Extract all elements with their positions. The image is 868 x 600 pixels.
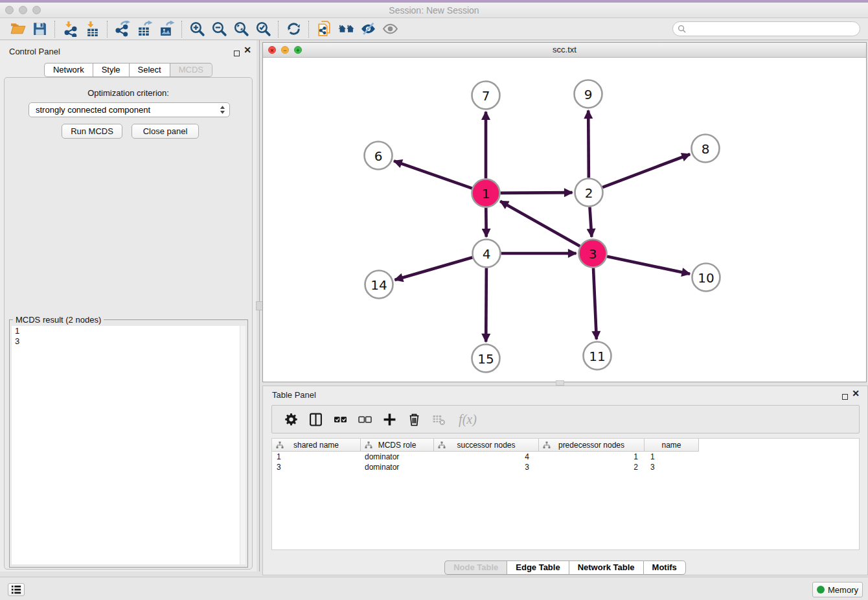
graph-edge-2-8[interactable]: [602, 154, 690, 187]
mcds-result-list[interactable]: 1 3: [12, 326, 246, 564]
import-network-button[interactable]: [59, 19, 81, 39]
network-close-button[interactable]: ×: [268, 46, 276, 54]
optimization-criterion-label: Optimization criterion:: [0, 88, 257, 98]
add-column-button[interactable]: [380, 410, 399, 429]
tab-mcds[interactable]: MCDS: [170, 63, 212, 77]
table-close-button[interactable]: ✕: [852, 391, 860, 397]
export-network-button[interactable]: [111, 19, 133, 39]
deselect-all-columns-button[interactable]: [355, 410, 374, 429]
table-panel: Table Panel ✕ f(x) shared name MCDS role…: [262, 386, 868, 575]
tab-style[interactable]: Style: [93, 63, 129, 77]
graph-edge-3-1[interactable]: [500, 202, 580, 246]
table-cell: 1: [272, 452, 361, 462]
select-all-columns-button[interactable]: [330, 410, 350, 429]
close-panel-button[interactable]: ✕: [244, 47, 251, 53]
table-toolbar: f(x): [271, 405, 860, 433]
table-float-button[interactable]: [842, 391, 848, 402]
column-label: predecessor nodes: [558, 441, 624, 450]
graph-node-label: 6: [374, 148, 383, 164]
graph-edge-1-6[interactable]: [394, 161, 472, 188]
network-window-titlebar[interactable]: × − + scc.txt: [263, 43, 866, 58]
graph-edge-4-14[interactable]: [394, 257, 472, 280]
network-view-window: × − + scc.txt 7968124314101511: [262, 42, 867, 382]
import-table-icon: [84, 21, 100, 37]
graph-edge-3-10[interactable]: [607, 257, 690, 274]
hide-selected-button[interactable]: [357, 19, 379, 39]
toolbar-separator: [54, 21, 55, 38]
export-network-icon: [115, 21, 131, 37]
float-icon: [234, 51, 240, 56]
toolbar-separator: [308, 21, 309, 38]
graph-edge-1-2[interactable]: [500, 192, 572, 193]
column-header-mcds-role[interactable]: MCDS role: [361, 439, 434, 452]
export-table-button[interactable]: [133, 19, 155, 39]
trash-icon: [407, 413, 421, 426]
table-row[interactable]: 1dominator411: [272, 452, 859, 462]
export-image-button[interactable]: [155, 19, 177, 39]
table-cell: dominator: [361, 462, 434, 472]
unchecked-boxes-icon: [358, 413, 372, 426]
float-panel-button[interactable]: [234, 47, 240, 59]
table-options-button[interactable]: [281, 410, 301, 429]
save-session-button[interactable]: [29, 19, 51, 39]
zoom-in-button[interactable]: [186, 19, 208, 39]
toolbar-separator: [278, 21, 279, 38]
open-session-button[interactable]: [6, 19, 29, 39]
tab-network-table[interactable]: Network Table: [569, 560, 643, 575]
zoom-out-button[interactable]: [208, 19, 230, 39]
dropdown-selected-value: strongly connected component: [36, 105, 220, 115]
tab-node-table[interactable]: Node Table: [444, 560, 507, 575]
tab-select[interactable]: Select: [129, 63, 170, 77]
clone-network-button[interactable]: [313, 19, 335, 39]
table-cell: 4: [434, 452, 539, 462]
zoom-fit-button[interactable]: [230, 19, 252, 39]
graph-node-label: 1: [482, 186, 490, 202]
network-canvas[interactable]: 7968124314101511: [263, 58, 866, 382]
column-header-shared-name[interactable]: shared name: [272, 439, 361, 452]
graph-edge-2-9[interactable]: [588, 110, 589, 178]
duplicate-network-icon: [316, 21, 332, 37]
apply-layout-button[interactable]: [282, 19, 304, 39]
control-panel-title: Control Panel: [9, 47, 60, 56]
memory-button[interactable]: Memory: [812, 582, 863, 597]
show-hidden-button[interactable]: [379, 19, 401, 39]
window-zoom-button[interactable]: [32, 6, 41, 14]
task-history-button[interactable]: [8, 583, 25, 596]
window-minimize-button[interactable]: [19, 6, 27, 14]
close-panel-action-button[interactable]: Close panel: [131, 124, 199, 139]
zoom-in-icon: [189, 21, 205, 37]
graph-node-label: 3: [589, 246, 597, 262]
tab-motifs[interactable]: Motifs: [643, 560, 686, 575]
column-header-name[interactable]: name: [645, 439, 699, 452]
tab-edge-table[interactable]: Edge Table: [507, 560, 568, 575]
show-all-button[interactable]: [335, 19, 357, 39]
table-cell: 1: [539, 452, 645, 462]
optimization-criterion-dropdown[interactable]: strongly connected component: [29, 102, 230, 117]
zoom-selected-button[interactable]: [252, 19, 274, 39]
graph-edge-3-11[interactable]: [593, 268, 597, 339]
delete-columns-button[interactable]: [404, 410, 424, 429]
tab-network[interactable]: Network: [44, 63, 93, 77]
show-column-panel-button[interactable]: [306, 410, 325, 429]
import-table-button[interactable]: [81, 19, 103, 39]
function-builder-button[interactable]: f(x): [453, 410, 482, 429]
search-input[interactable]: [686, 23, 860, 35]
run-mcds-button[interactable]: Run MCDS: [62, 124, 122, 139]
horizontal-splitter-handle[interactable]: [556, 380, 564, 386]
column-header-successor-nodes[interactable]: successor nodes: [434, 439, 539, 452]
graph-edge-4-15[interactable]: [486, 268, 486, 341]
import-network-icon: [62, 21, 78, 37]
graph-edge-2-3[interactable]: [589, 207, 591, 237]
delete-table-button[interactable]: [429, 410, 448, 429]
window-close-button[interactable]: [5, 6, 14, 14]
column-header-predecessor-nodes[interactable]: predecessor nodes: [539, 439, 645, 452]
graph-node-label: 4: [483, 246, 491, 262]
chevron-up-down-icon: [220, 105, 225, 115]
column-label: MCDS role: [378, 441, 417, 450]
network-minimize-button[interactable]: −: [281, 46, 289, 54]
eye-icon: [382, 21, 398, 37]
column-label: name: [661, 441, 681, 450]
table-row[interactable]: 3dominator323: [272, 462, 859, 472]
result-scrollbar[interactable]: [240, 326, 246, 564]
network-maximize-button[interactable]: +: [294, 46, 302, 54]
